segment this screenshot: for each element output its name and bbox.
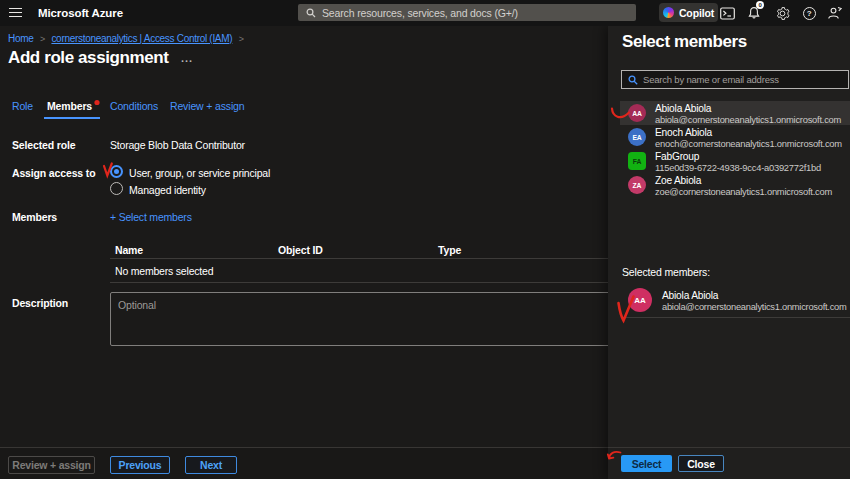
empty-members-text: No members selected — [115, 265, 213, 277]
member-row[interactable]: FA FabGroup 115e0d39-6722-4938-9cc4-a039… — [608, 149, 850, 173]
app-title[interactable]: Microsoft Azure — [38, 7, 123, 19]
selected-members-label: Selected members: — [622, 266, 710, 278]
member-list: AA Abiola Abiola abiola@cornerstoneanaly… — [608, 101, 850, 197]
page-title: Add role assignment — [8, 48, 169, 68]
radio-managed-identity-label: Managed identity — [129, 184, 206, 196]
selected-role-label: Selected role — [12, 139, 75, 151]
close-button[interactable]: Close — [678, 455, 724, 472]
help-icon[interactable]: ? — [796, 0, 822, 26]
avatar: AA — [628, 104, 646, 122]
copilot-button[interactable]: Copilot — [659, 3, 718, 22]
avatar: FA — [628, 152, 646, 170]
notification-badge: 0 — [756, 1, 764, 9]
select-members-panel: Select members Search by name or email a… — [608, 26, 850, 479]
tab-members[interactable]: Members — [47, 100, 92, 112]
notifications-icon[interactable]: 0 — [741, 0, 767, 26]
portal-menu-icon[interactable] — [9, 8, 22, 18]
avatar: EA — [628, 128, 646, 146]
column-object-id: Object ID — [278, 244, 323, 256]
review-assign-button[interactable]: Review + assign — [8, 456, 95, 474]
selected-member-divider — [622, 317, 850, 318]
selected-member-row[interactable]: AA Abiola Abiola abiola@cornerstoneanaly… — [608, 286, 850, 318]
breadcrumb-resource-link[interactable]: cornerstoneanalytics | Access Control (I… — [51, 33, 232, 44]
select-members-link[interactable]: + Select members — [110, 211, 192, 223]
selected-role-value: Storage Blob Data Contributor — [110, 139, 245, 151]
column-type: Type — [438, 244, 461, 256]
panel-footer-divider — [608, 447, 850, 448]
member-row[interactable]: AA Abiola Abiola abiola@cornerstoneanaly… — [608, 101, 850, 125]
member-row[interactable]: EA Enoch Abiola enoch@cornerstoneanalyti… — [608, 125, 850, 149]
tab-role[interactable]: Role — [12, 100, 33, 112]
breadcrumb-home-link[interactable]: Home — [8, 33, 33, 44]
radio-user-group-label: User, group, or service principal — [129, 167, 270, 179]
select-button[interactable]: Select — [621, 455, 672, 472]
search-icon — [628, 75, 638, 85]
description-label: Description — [12, 297, 68, 309]
tab-review-assign[interactable]: Review + assign — [170, 100, 245, 112]
description-placeholder: Optional — [118, 299, 156, 311]
settings-icon[interactable] — [769, 0, 795, 26]
panel-title: Select members — [622, 32, 747, 52]
next-button[interactable]: Next — [185, 456, 237, 474]
search-icon — [306, 8, 316, 18]
more-menu-icon[interactable]: ... — [181, 52, 193, 64]
radio-user-group[interactable] — [110, 165, 123, 178]
member-search-input[interactable]: Search by name or email address — [621, 70, 849, 89]
previous-button[interactable]: Previous — [110, 456, 170, 474]
global-search-placeholder: Search resources, services, and docs (G+… — [322, 7, 518, 19]
members-label: Members — [12, 211, 57, 223]
global-search-input[interactable]: Search resources, services, and docs (G+… — [298, 4, 636, 21]
assign-access-label: Assign access to — [12, 167, 95, 179]
member-search-placeholder: Search by name or email address — [643, 74, 779, 85]
radio-managed-identity[interactable] — [110, 182, 123, 195]
breadcrumb: Home > cornerstoneanalytics | Access Con… — [8, 33, 248, 44]
column-name: Name — [115, 244, 143, 256]
active-tab-underline — [44, 117, 100, 119]
topbar: Microsoft Azure Search resources, servic… — [0, 0, 850, 26]
avatar: AA — [628, 288, 652, 312]
avatar: ZA — [628, 176, 646, 194]
member-row[interactable]: ZA Zoe Abiola zoe@cornerstoneanalytics1.… — [608, 173, 850, 197]
cloud-shell-icon[interactable] — [714, 0, 740, 26]
tab-conditions[interactable]: Conditions — [110, 100, 158, 112]
feedback-icon[interactable] — [821, 0, 847, 26]
copilot-icon — [663, 7, 674, 18]
tab-bar: Role Members Conditions Review + assign — [0, 100, 608, 122]
